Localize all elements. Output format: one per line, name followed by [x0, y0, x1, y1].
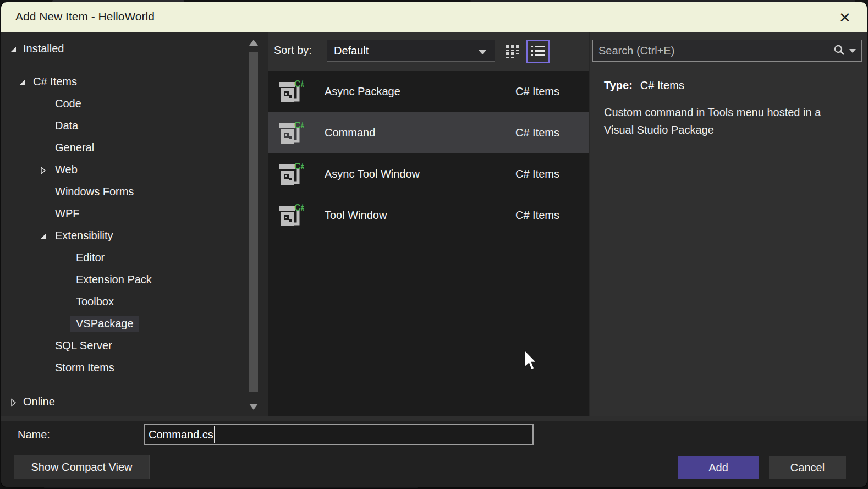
tree-item-code[interactable]: Code — [1, 92, 268, 114]
expanded-triangle-icon[interactable] — [39, 231, 47, 240]
tree-item-label: Web — [55, 163, 78, 176]
sort-toolbar: Sort by: Default — [268, 32, 589, 71]
dialog-footer: Name: Command.cs Show Compact View Add C… — [1, 421, 867, 487]
tree-indent-spacer — [59, 253, 68, 262]
tree-indent-spacer — [39, 187, 47, 196]
tree-item-wpf[interactable]: WPF — [1, 202, 268, 224]
tree-item-label: Toolbox — [76, 295, 114, 308]
template-name: Async Package — [325, 85, 400, 98]
csharp-package-icon: C# — [278, 79, 304, 105]
tree-item-label: Editor — [76, 251, 105, 264]
dialog-main: Installed C# Items Code Data General — [1, 32, 867, 416]
template-name: Async Tool Window — [325, 168, 420, 180]
footer-separator — [1, 416, 867, 421]
tree-item-general[interactable]: General — [1, 136, 268, 158]
tree-item-storm-items[interactable]: Storm Items — [1, 356, 268, 378]
tree-item-label: Windows Forms — [55, 185, 134, 198]
text-cursor — [214, 426, 215, 443]
mouse-cursor-icon — [524, 350, 539, 373]
expanded-triangle-icon[interactable] — [18, 77, 26, 86]
tree-item-editor[interactable]: Editor — [1, 246, 268, 268]
tree-item-toolbox[interactable]: Toolbox — [1, 290, 268, 312]
close-icon[interactable]: ✕ — [835, 8, 855, 28]
tree-item-label: Installed — [23, 42, 64, 55]
tree-item-label: C# Items — [33, 75, 77, 88]
dialog-titlebar[interactable]: Add New Item - HelloWorld ✕ — [1, 2, 867, 32]
csharp-package-icon: C# — [278, 161, 304, 188]
tree-item-data[interactable]: Data — [1, 114, 268, 136]
collapsed-triangle-icon[interactable] — [39, 165, 47, 174]
template-list: C# Async Package C# Items — [268, 71, 589, 416]
list-view-button[interactable] — [526, 40, 550, 63]
tree-item-online[interactable]: Online — [1, 391, 268, 413]
dialog-title: Add New Item - HelloWorld — [15, 10, 155, 23]
expanded-triangle-icon[interactable] — [9, 44, 18, 53]
template-details-panel: Type:C# Items Custom command in Tools me… — [590, 32, 867, 416]
type-value: C# Items — [640, 79, 684, 91]
tree-indent-spacer — [39, 209, 47, 218]
tree-item-label: Extension Pack — [76, 273, 152, 286]
tree-item-extension-pack[interactable]: Extension Pack — [1, 268, 268, 290]
template-description: Custom command in Tools menu hosted in a… — [604, 103, 849, 139]
svg-text:C#: C# — [294, 162, 304, 171]
background-window-edge — [470, 0, 855, 2]
template-group: C# Items — [515, 85, 559, 98]
csharp-package-icon: C# — [278, 202, 304, 229]
search-icon-group — [833, 44, 861, 57]
list-view-icon — [530, 43, 546, 59]
tree-item-label: Storm Items — [55, 361, 114, 374]
template-group: C# Items — [515, 127, 559, 139]
search-box[interactable] — [592, 40, 862, 62]
tree-item-extensibility[interactable]: Extensibility — [1, 224, 268, 246]
tree-indent-spacer — [39, 143, 47, 152]
scroll-up-icon[interactable] — [249, 40, 258, 46]
scroll-down-icon[interactable] — [249, 404, 258, 410]
tree-indent-spacer — [39, 99, 47, 108]
cancel-button[interactable]: Cancel — [769, 456, 846, 479]
name-input[interactable]: Command.cs — [144, 424, 534, 445]
tree-indent-spacer — [59, 275, 68, 284]
name-label: Name: — [18, 428, 50, 441]
svg-text:C#: C# — [294, 79, 304, 89]
tree-indent-spacer — [39, 121, 47, 130]
svg-text:C#: C# — [294, 120, 304, 130]
template-list-panel: Sort by: Default — [268, 32, 589, 416]
template-name: Tool Window — [325, 209, 387, 222]
chevron-down-icon[interactable] — [849, 49, 856, 53]
tree-indent-spacer — [39, 363, 47, 372]
type-row: Type:C# Items — [604, 79, 684, 92]
tree-indent-spacer — [39, 341, 47, 350]
tree-item-vspackage[interactable]: VSPackage — [1, 312, 268, 334]
template-group: C# Items — [515, 168, 559, 180]
template-row-async-tool-window[interactable]: C# Async Tool Window C# Items — [268, 153, 589, 195]
template-category-tree: Installed C# Items Code Data General — [1, 32, 268, 416]
name-input-value: Command.cs — [149, 428, 213, 441]
add-button[interactable]: Add — [678, 456, 759, 479]
template-row-tool-window[interactable]: C# Tool Window C# Items — [268, 195, 589, 236]
search-icon[interactable] — [833, 44, 846, 57]
tree-item-windows-forms[interactable]: Windows Forms — [1, 180, 268, 202]
add-new-item-dialog: Add New Item - HelloWorld ✕ Installed C#… — [1, 2, 867, 487]
tree-item-installed[interactable]: Installed — [1, 37, 268, 59]
sort-dropdown-value: Default — [334, 45, 369, 57]
sort-dropdown[interactable]: Default — [327, 40, 495, 62]
type-label: Type: — [604, 79, 633, 91]
chevron-down-icon — [478, 50, 487, 54]
medium-icons-view-button[interactable] — [501, 40, 524, 63]
tree-indent-spacer — [59, 319, 68, 328]
grid-view-icon — [504, 43, 521, 59]
tree-item-sql-server[interactable]: SQL Server — [1, 334, 268, 356]
template-row-command-selected[interactable]: C# Command C# Items — [268, 112, 589, 153]
scrollbar-thumb[interactable] — [249, 52, 258, 392]
tree-item-csharp-items[interactable]: C# Items — [1, 70, 268, 92]
tree-item-label: Code — [55, 97, 81, 110]
search-input[interactable] — [593, 45, 833, 57]
collapsed-triangle-icon[interactable] — [9, 397, 18, 406]
show-compact-view-button[interactable]: Show Compact View — [14, 455, 150, 479]
template-row-async-package[interactable]: C# Async Package C# Items — [268, 71, 589, 112]
tree-indent-spacer — [59, 297, 68, 306]
svg-text:C#: C# — [294, 203, 304, 212]
tree-item-label: SQL Server — [55, 339, 112, 352]
tree-item-web[interactable]: Web — [1, 158, 268, 180]
tree-scrollbar[interactable] — [248, 39, 260, 411]
